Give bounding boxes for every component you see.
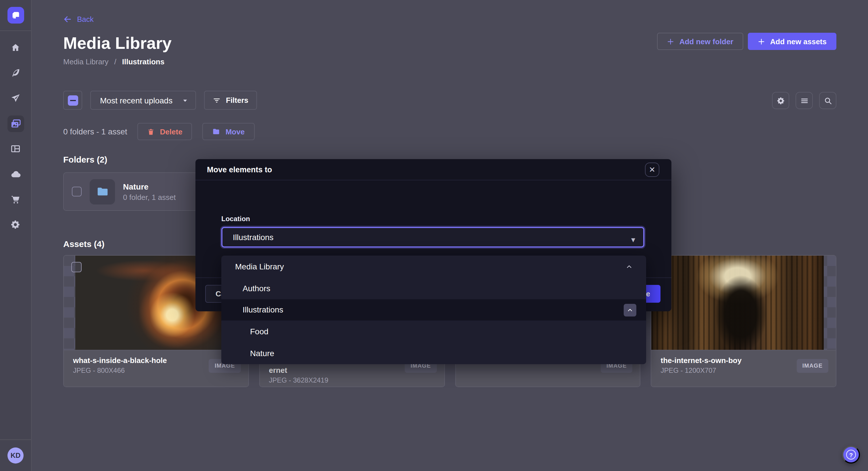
filters-button[interactable]: Filters: [204, 91, 257, 110]
folder-icon: [212, 128, 220, 136]
sidebar-item-content-type-builder[interactable]: [7, 140, 24, 157]
sidebar: KD: [0, 0, 32, 471]
sidebar-item-marketplace[interactable]: [7, 191, 24, 208]
feather-icon: [10, 68, 21, 78]
cart-icon: [10, 194, 21, 204]
location-value: Illustrations: [233, 233, 274, 242]
sidebar-nav: [0, 35, 31, 237]
breadcrumb: Media Library / Illustrations: [63, 57, 836, 66]
tree-item-label: Authors: [243, 283, 271, 293]
tree-item-nature[interactable]: Nature: [221, 342, 646, 364]
plus-icon: [757, 38, 765, 45]
back-label: Back: [77, 15, 94, 23]
asset-checkbox[interactable]: [71, 262, 82, 272]
trash-icon: [148, 128, 155, 135]
selection-bar: 0 folders - 1 asset Delete Move: [63, 123, 836, 140]
asset-footer: what-s-inside-a-black-hole JPEG - 800X46…: [64, 350, 248, 387]
folder-icon: [90, 179, 115, 204]
gear-icon: [10, 220, 21, 230]
asset-meta: JPEG - 3628X2419: [269, 376, 435, 385]
layout-icon: [10, 144, 21, 154]
sidebar-item-home[interactable]: [7, 39, 24, 56]
sidebar-item-releases[interactable]: [7, 90, 24, 106]
configure-view-button[interactable]: [772, 92, 789, 109]
sidebar-item-cloud[interactable]: [7, 166, 24, 182]
folder-checkbox[interactable]: [72, 187, 82, 196]
breadcrumb-separator: /: [114, 57, 116, 66]
folder-meta: 0 folder, 1 asset: [123, 193, 176, 201]
avatar[interactable]: KD: [7, 447, 24, 464]
caret-down-icon: [182, 97, 189, 104]
tree-item-food[interactable]: Food: [221, 321, 646, 343]
modal-header: Move elements to ✕: [195, 159, 672, 180]
toolbar-view-options: [772, 92, 836, 109]
toolbar: Most recent uploads Filters: [63, 91, 836, 110]
asset-thumbnail: [652, 256, 836, 350]
breadcrumb-current: Illustrations: [122, 57, 164, 66]
sidebar-item-media-library[interactable]: [7, 115, 24, 132]
sort-dropdown[interactable]: Most recent uploads: [90, 91, 196, 110]
tree-item-media-library[interactable]: Media Library: [221, 256, 646, 277]
tree-item-label: Illustrations: [243, 305, 283, 314]
library-image: [652, 256, 824, 350]
sidebar-item-settings[interactable]: [7, 216, 24, 233]
tree-item-authors[interactable]: Authors: [221, 277, 646, 299]
add-new-assets-label: Add new assets: [770, 37, 827, 46]
search-button[interactable]: [819, 92, 836, 109]
caret-down-icon: ▾: [631, 235, 635, 244]
delete-label: Delete: [160, 127, 183, 136]
filter-icon: [213, 96, 221, 104]
filters-label: Filters: [226, 96, 248, 105]
breadcrumb-root[interactable]: Media Library: [63, 57, 108, 66]
back-link[interactable]: Back: [63, 14, 836, 24]
home-icon: [10, 42, 21, 53]
close-icon: ✕: [649, 165, 655, 174]
arrow-left-icon: [63, 15, 72, 23]
location-dropdown: Media Library Authors Illustrations Food…: [221, 256, 646, 364]
asset-type-badge: IMAGE: [797, 359, 828, 373]
delete-button[interactable]: Delete: [138, 123, 192, 140]
list-view-button[interactable]: [796, 92, 813, 109]
add-new-folder-button[interactable]: Add new folder: [657, 33, 743, 50]
chevron-up-icon: [627, 307, 633, 313]
sidebar-item-content[interactable]: [7, 65, 24, 81]
add-new-assets-button[interactable]: Add new assets: [748, 33, 836, 50]
add-new-folder-label: Add new folder: [679, 37, 734, 46]
tree-item-label: Nature: [250, 349, 274, 358]
gear-icon: [776, 96, 785, 105]
asset-card-internets-own-boy[interactable]: the-internet-s-own-boy JPEG - 1200X707 I…: [651, 255, 837, 387]
header-actions: Add new folder Add new assets: [657, 33, 836, 50]
move-button[interactable]: Move: [203, 123, 254, 140]
tree-item-label: Food: [250, 327, 269, 336]
sidebar-divider: [0, 30, 31, 31]
list-icon: [800, 96, 808, 105]
tree-item-illustrations[interactable]: Illustrations: [221, 299, 646, 321]
close-button[interactable]: ✕: [645, 163, 659, 177]
asset-footer: the-internet-s-own-boy JPEG - 1200X707 I…: [652, 350, 836, 387]
tree-item-label: Media Library: [235, 262, 284, 271]
help-button[interactable]: ?: [842, 446, 860, 464]
folder-info: Nature 0 folder, 1 asset: [123, 182, 176, 201]
sort-value: Most recent uploads: [100, 96, 173, 105]
strapi-logo-icon[interactable]: [7, 7, 24, 24]
cloud-icon: [10, 169, 21, 179]
select-all-checkbox[interactable]: [63, 91, 82, 110]
folder-name: Nature: [123, 182, 176, 191]
media-library-icon: [10, 118, 21, 129]
plus-icon: [667, 38, 674, 45]
chevron-up-icon[interactable]: [626, 264, 632, 270]
location-label: Location: [221, 215, 250, 223]
selection-summary: 0 folders - 1 asset: [63, 127, 127, 136]
move-label: Move: [226, 127, 245, 136]
sidebar-divider: [0, 439, 31, 440]
indeterminate-checkbox-icon: [67, 95, 78, 105]
modal-title: Move elements to: [207, 165, 272, 174]
media-library-page: KD Back Media Library Media Library / Il…: [0, 0, 868, 471]
question-mark-icon: ?: [846, 450, 856, 460]
location-select[interactable]: Illustrations ▾: [221, 227, 644, 247]
search-icon: [824, 96, 832, 105]
paper-plane-icon: [10, 93, 21, 103]
collapse-toggle-button[interactable]: [624, 304, 636, 316]
